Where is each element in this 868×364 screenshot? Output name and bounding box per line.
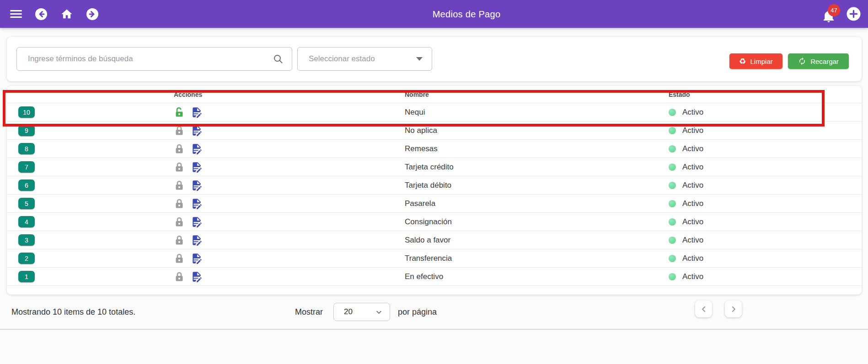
lock-toggle-button[interactable] (174, 143, 185, 154)
lock-closed-icon (174, 198, 185, 209)
hamburger-icon (10, 10, 22, 18)
home-button[interactable] (60, 8, 73, 21)
lock-toggle-button[interactable] (174, 125, 185, 136)
column-header-acciones: Acciones (174, 91, 405, 98)
lock-toggle-button[interactable] (174, 216, 185, 227)
lock-closed-icon (174, 216, 185, 227)
column-header-estado: Estado (669, 91, 862, 98)
row-status-label: Activo (682, 163, 703, 172)
file-edit-icon (191, 271, 203, 283)
search-input[interactable] (17, 54, 273, 63)
previous-page-button[interactable] (695, 301, 712, 317)
edit-document-button[interactable] (191, 216, 203, 228)
row-status-label: Activo (682, 181, 703, 190)
table-row: 10 Nequi (7, 103, 862, 121)
file-edit-icon (191, 106, 203, 118)
lock-toggle-button[interactable] (174, 180, 185, 191)
lock-toggle-button[interactable] (174, 235, 185, 246)
row-status-label: Activo (682, 236, 703, 245)
edit-document-button[interactable] (191, 234, 203, 246)
clear-button-label: Limpiar (750, 58, 773, 65)
edit-document-button[interactable] (191, 271, 203, 283)
clear-button[interactable]: ♻ Limpiar (729, 53, 782, 69)
row-id-badge: 8 (18, 143, 35, 154)
edit-document-button[interactable] (191, 198, 203, 210)
lock-toggle-button[interactable] (174, 253, 185, 264)
table-header-row: Acciones Nombre Estado (7, 86, 862, 103)
chevron-right-icon (729, 305, 738, 314)
row-name: Pasarela (405, 199, 669, 208)
show-label: Mostrar (295, 307, 323, 317)
row-status-label: Activo (682, 108, 703, 117)
edit-document-button[interactable] (191, 143, 203, 155)
home-icon (60, 8, 73, 21)
forward-button[interactable] (86, 8, 99, 21)
column-header-nombre: Nombre (405, 91, 669, 98)
lock-closed-icon (174, 125, 185, 136)
file-edit-icon (191, 253, 203, 264)
lock-toggle-button[interactable] (174, 107, 185, 118)
row-name: Tarjeta crédito (405, 163, 669, 172)
lock-toggle-button[interactable] (174, 162, 185, 173)
table-row: 5 Pasarela (7, 195, 862, 213)
status-select-value: Seleccionar estado (309, 54, 375, 63)
row-id-badge: 9 (18, 125, 35, 136)
chevron-left-icon (699, 305, 708, 314)
notification-count-badge: 47 (828, 4, 840, 16)
status-dot-icon (669, 237, 676, 244)
edit-document-button[interactable] (191, 179, 203, 191)
page-size-select[interactable]: 20 (333, 303, 390, 321)
lock-closed-icon (174, 235, 185, 246)
file-edit-icon (191, 125, 203, 137)
row-name: En efectivo (405, 272, 669, 281)
row-name: Tarjeta débito (405, 181, 669, 190)
lock-closed-icon (174, 271, 185, 282)
notifications-button[interactable]: 47 (821, 5, 836, 23)
refresh-icon (798, 57, 806, 65)
page-size-value: 20 (344, 307, 353, 317)
edit-document-button[interactable] (191, 106, 203, 118)
back-button[interactable] (35, 8, 48, 21)
plus-circle-icon (847, 7, 861, 21)
edit-document-button[interactable] (191, 253, 203, 264)
table-row: 8 Remesas (7, 140, 862, 158)
lock-closed-icon (174, 143, 185, 154)
edit-document-button[interactable] (191, 125, 203, 137)
table-row: 9 No aplica (7, 121, 862, 140)
row-status-label: Activo (682, 272, 703, 281)
status-dot-icon (669, 273, 676, 280)
lock-toggle-button[interactable] (174, 271, 185, 282)
status-dot-icon (669, 255, 676, 262)
items-summary: Mostrando 10 items de 10 totales. (11, 307, 135, 317)
row-status-label: Activo (682, 199, 703, 208)
lock-toggle-button[interactable] (174, 198, 185, 209)
status-select[interactable]: Seleccionar estado (297, 47, 432, 71)
table-row: 4 Consignación (7, 213, 862, 231)
menu-button[interactable] (10, 10, 22, 18)
row-name: Consignación (405, 217, 669, 227)
table-body: 10 Nequi (7, 103, 862, 286)
arrow-left-circle-icon (35, 8, 48, 21)
chevron-down-icon (375, 309, 382, 316)
row-name: No aplica (405, 126, 669, 135)
row-status-label: Activo (682, 217, 703, 227)
per-page-label: por página (398, 307, 437, 317)
payment-methods-table: Acciones Nombre Estado 10 (7, 86, 862, 295)
next-page-button[interactable] (725, 301, 742, 317)
file-edit-icon (191, 179, 203, 191)
lock-closed-icon (174, 162, 185, 173)
file-edit-icon (191, 143, 203, 155)
row-status-label: Activo (682, 126, 703, 135)
row-id-badge: 5 (18, 198, 35, 209)
add-button[interactable] (847, 7, 861, 21)
status-dot-icon (669, 164, 676, 171)
edit-document-button[interactable] (191, 161, 203, 173)
search-box (16, 47, 292, 71)
reload-button[interactable]: Recargar (788, 53, 849, 69)
row-id-badge: 7 (18, 161, 35, 173)
file-edit-icon (191, 216, 203, 228)
recycle-icon: ♻ (739, 58, 746, 65)
file-edit-icon (191, 161, 203, 173)
caret-down-icon (416, 57, 423, 61)
status-dot-icon (669, 127, 676, 134)
